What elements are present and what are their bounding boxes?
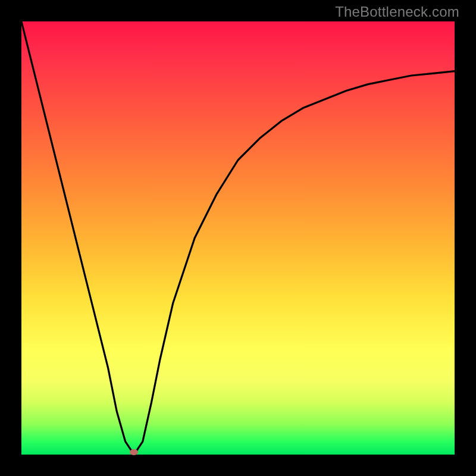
chart-frame: TheBottleneck.com bbox=[0, 0, 476, 476]
minimum-marker-dot bbox=[130, 449, 138, 455]
plot-area bbox=[21, 21, 455, 455]
watermark-text: TheBottleneck.com bbox=[335, 4, 459, 20]
bottleneck-curve bbox=[21, 21, 455, 455]
